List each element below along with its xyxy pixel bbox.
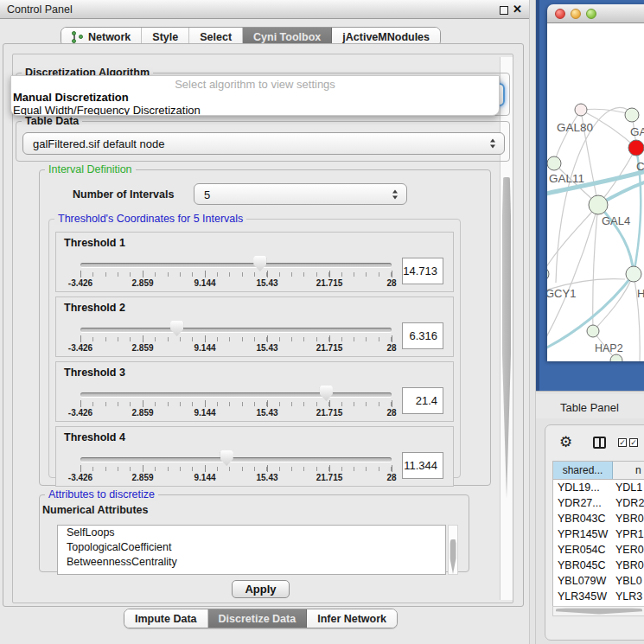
network-node[interactable] <box>547 156 561 170</box>
close-icon[interactable]: ✕ <box>513 3 522 16</box>
table-cell[interactable]: YDR2 <box>613 495 644 511</box>
panel-divider[interactable] <box>529 0 536 644</box>
threshold-value-field[interactable]: 6.316 <box>402 322 443 349</box>
attributes-group-label: Attributes to discretize <box>45 488 158 501</box>
numerical-attributes-list[interactable]: SelfLoopsTopologicalCoefficientBetweenne… <box>57 525 446 575</box>
table-row[interactable]: YLR345WYLR3 <box>553 589 644 604</box>
scrollbar-thumb[interactable] <box>556 609 642 615</box>
threshold-value-field[interactable]: 21.4 <box>402 387 443 414</box>
slider-tick-labels: -3.4262.8599.14415.4321.71528 <box>80 343 392 354</box>
tab-infer-network[interactable]: Infer Network <box>307 609 397 628</box>
tick-label: 2.859 <box>131 343 153 353</box>
gear-icon[interactable]: ⚙ <box>559 433 572 451</box>
close-traffic-light-icon[interactable] <box>555 9 565 19</box>
threshold-slider[interactable]: -3.4262.8599.14415.4321.71528 <box>80 318 392 354</box>
slider-thumb[interactable] <box>253 256 266 271</box>
network-node[interactable] <box>626 266 641 282</box>
threshold-slider[interactable]: -3.4262.8599.14415.4321.71528 <box>80 383 392 419</box>
network-node[interactable] <box>625 108 639 122</box>
table-cell[interactable]: YLR3 <box>613 589 644 604</box>
checkbox-icon[interactable] <box>629 438 638 447</box>
table-row[interactable]: YBL079WYBL0 <box>553 573 644 589</box>
algorithm-option-manual-discretization[interactable]: Manual Discretization <box>11 91 499 104</box>
network-node[interactable] <box>589 195 608 214</box>
interval-definition-group: Interval Definition Number of Intervals … <box>39 169 491 486</box>
node-table[interactable]: shared...n YDL19...YDL1YDR27...YDR2YBR04… <box>552 461 644 606</box>
checkbox-icon[interactable] <box>618 438 627 447</box>
tab-label: Cyni Toolbox <box>253 31 321 43</box>
attribute-item-betweennesscentrality[interactable]: BetweennessCentrality <box>58 555 445 570</box>
network-node[interactable] <box>587 325 599 337</box>
tick-label: 28 <box>386 278 396 288</box>
slider-thumb[interactable] <box>220 450 233 466</box>
network-canvas[interactable]: GAL80GACGAL11GAL4GCY1HHAP2 <box>547 23 644 361</box>
network-node[interactable] <box>575 104 587 116</box>
table-cell[interactable]: YDL19... <box>553 480 613 495</box>
table-cell[interactable]: YDL1 <box>613 480 644 495</box>
attribute-item-selfloops[interactable]: SelfLoops <box>58 526 445 540</box>
table-cell[interactable]: YBR0 <box>613 511 644 526</box>
table-cell[interactable]: YDR27... <box>553 495 613 511</box>
slider-ticks <box>80 337 392 341</box>
table-panel-header: Table Panel <box>536 394 644 418</box>
table-data-group: Table Data galFiltered.sif default node <box>16 121 510 162</box>
table-cell[interactable]: YER0 <box>613 542 644 558</box>
scrollbar-thumb[interactable] <box>502 177 511 499</box>
network-graph: GAL80GACGAL11GAL4GCY1HHAP2 <box>547 23 644 361</box>
table-cell[interactable]: YPR1 <box>613 526 644 542</box>
network-window-titlebar[interactable] <box>547 4 644 23</box>
float-icon[interactable] <box>500 6 508 15</box>
table-horizontal-scrollbar[interactable] <box>552 606 644 616</box>
apply-button[interactable]: Apply <box>232 580 290 598</box>
algorithm-option-equal-width-frequency-discretization[interactable]: Equal Width/Frequency Discretization <box>11 104 499 116</box>
table-row[interactable]: YPR145WYPR1 <box>553 526 644 542</box>
network-node[interactable] <box>547 267 549 281</box>
slider-track[interactable] <box>80 392 392 397</box>
table-row[interactable]: YER054CYER0 <box>553 542 644 558</box>
tick-label: 9.144 <box>194 408 215 418</box>
tick-label: 15.43 <box>256 278 277 288</box>
table-row[interactable]: YBR045CYBR0 <box>553 558 644 573</box>
scrollbar-thumb[interactable] <box>450 539 456 574</box>
tab-discretize-data[interactable]: Discretize Data <box>208 609 308 628</box>
zoom-traffic-light-icon[interactable] <box>586 9 596 19</box>
table-cell[interactable]: YER054C <box>553 542 613 558</box>
table-data-combobox[interactable]: galFiltered.sif default node <box>22 132 505 155</box>
table-cell[interactable]: YBR0 <box>613 558 644 573</box>
network-edge[interactable] <box>554 110 581 163</box>
table-row[interactable]: YDR27...YDR2 <box>553 495 644 511</box>
network-edge[interactable] <box>547 205 598 274</box>
table-cell[interactable]: YBR043C <box>553 511 613 526</box>
table-row[interactable]: YBR043CYBR0 <box>553 511 644 526</box>
minimize-traffic-light-icon[interactable] <box>571 9 581 19</box>
slider-thumb[interactable] <box>320 386 333 401</box>
node-label-c: C <box>636 160 644 173</box>
slider-track[interactable] <box>80 263 392 267</box>
threshold-slider[interactable]: -3.4262.8599.14415.4321.71528 <box>80 253 392 290</box>
threshold-slider[interactable]: -3.4262.8599.14415.4321.71528 <box>80 448 392 484</box>
slider-track[interactable] <box>80 457 392 462</box>
tick-label: -3.426 <box>68 408 92 418</box>
network-edge[interactable] <box>547 205 598 345</box>
slider-ticks <box>80 272 392 277</box>
threshold-value-field[interactable]: 14.713 <box>402 258 443 284</box>
threshold-value-field[interactable]: 11.344 <box>402 452 443 479</box>
network-node[interactable] <box>628 140 644 156</box>
slider-track[interactable] <box>80 328 392 332</box>
network-view-window[interactable]: GAL80GACGAL11GAL4GCY1HHAP2 <box>547 4 644 361</box>
tab-impute-data[interactable]: Impute Data <box>124 609 208 628</box>
table-cell[interactable]: YPR145W <box>553 526 613 542</box>
table-cell[interactable]: YBL079W <box>553 573 613 589</box>
slider-thumb[interactable] <box>170 321 183 336</box>
table-cell[interactable]: YBL0 <box>613 573 644 589</box>
table-cell[interactable]: YBR045C <box>553 558 613 573</box>
attribute-item-topologicalcoefficient[interactable]: TopologicalCoefficient <box>58 540 445 555</box>
column-header-n[interactable]: n <box>613 462 644 479</box>
table-row[interactable]: YDL19...YDL1 <box>553 480 644 495</box>
tick-label: -3.426 <box>68 343 92 353</box>
attributes-scrollbar[interactable] <box>448 525 458 575</box>
num-intervals-combobox[interactable]: 5 <box>194 183 407 205</box>
columns-icon[interactable] <box>593 437 606 449</box>
column-header-shared-[interactable]: shared... <box>553 462 613 479</box>
table-cell[interactable]: YLR345W <box>553 589 613 604</box>
